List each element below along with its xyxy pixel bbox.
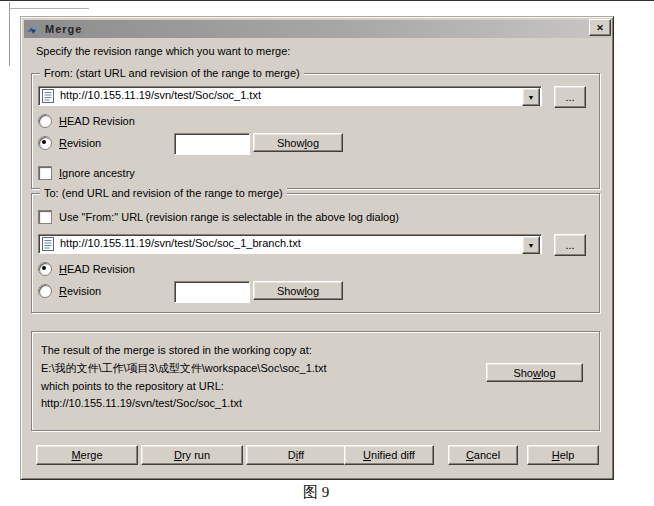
merge-app-icon — [27, 23, 41, 36]
from-browse-button[interactable]: ... — [554, 86, 586, 108]
to-head-revision-radio[interactable] — [38, 262, 52, 276]
to-head-revision-option[interactable]: HEAD Revision — [38, 262, 135, 276]
to-url-combobox[interactable]: http://10.155.11.19/svn/test/Soc/soc_1_b… — [38, 234, 542, 254]
ignore-ancestry-label: Ignore ancestry — [59, 167, 135, 179]
document-icon — [42, 237, 54, 251]
use-from-url-label: Use "From:" URL (revision range is selec… — [59, 211, 399, 223]
from-revision-radio[interactable] — [38, 136, 52, 150]
to-group-legend: To: (end URL and revision of the range t… — [40, 187, 287, 200]
document-icon — [42, 89, 54, 103]
from-url-text: http://10.155.11.19/svn/test/Soc/soc_1.t… — [60, 89, 520, 101]
to-revision-label: Revision — [59, 285, 101, 297]
cancel-button[interactable]: Cancel — [448, 445, 518, 465]
to-url-text: http://10.155.11.19/svn/test/Soc/soc_1_b… — [60, 237, 520, 249]
from-group-legend: From: (start URL and revision of the ran… — [40, 67, 304, 80]
to-revision-input[interactable] — [174, 281, 250, 303]
from-revision-option[interactable]: Revision — [38, 136, 101, 150]
from-ignore-ancestry-option[interactable]: Ignore ancestry — [38, 166, 135, 180]
figure-left-border — [9, 2, 10, 66]
from-head-revision-option[interactable]: HEAD Revision — [38, 114, 135, 128]
from-revision-label: Revision — [59, 137, 101, 149]
chevron-down-icon: ▼ — [528, 94, 535, 101]
use-from-url-option[interactable]: Use "From:" URL (revision range is selec… — [38, 210, 399, 224]
chevron-down-icon: ▼ — [528, 242, 535, 249]
unified-diff-button[interactable]: Unified diff — [344, 445, 434, 465]
repository-url: http://10.155.11.19/svn/test/Soc/soc_1.t… — [41, 397, 242, 409]
result-line2: which points to the repository at URL: — [41, 380, 224, 392]
to-revision-option[interactable]: Revision — [38, 284, 101, 298]
figure-top-border — [0, 0, 654, 1]
from-head-revision-label: HEAD Revision — [59, 115, 135, 127]
intro-text: Specify the revision range which you wan… — [36, 45, 290, 57]
from-url-dropdown-button[interactable]: ▼ — [522, 88, 540, 106]
use-from-url-checkbox[interactable] — [38, 210, 52, 224]
from-url-combobox[interactable]: http://10.155.11.19/svn/test/Soc/soc_1.t… — [38, 86, 542, 106]
from-show-log-button[interactable]: Show log — [253, 133, 343, 152]
figure-caption: 图 9 — [20, 483, 612, 502]
dry-run-button[interactable]: Dry run — [141, 445, 243, 465]
merge-button[interactable]: Merge — [36, 445, 138, 465]
working-copy-path: E:\我的文件\工作\项目3\成型文件\workspace\Soc\soc_1.… — [41, 361, 326, 376]
to-revision-radio[interactable] — [38, 284, 52, 298]
window-title: Merge — [45, 23, 82, 35]
result-line1: The result of the merge is stored in the… — [41, 344, 312, 356]
merge-dialog: Merge ✕ Specify the revision range which… — [20, 16, 614, 480]
ignore-ancestry-checkbox[interactable] — [38, 166, 52, 180]
from-head-revision-radio[interactable] — [38, 114, 52, 128]
close-button[interactable]: ✕ — [589, 19, 611, 36]
close-icon: ✕ — [596, 23, 604, 33]
from-revision-input[interactable] — [174, 133, 250, 155]
titlebar: Merge — [24, 20, 610, 38]
to-url-dropdown-button[interactable]: ▼ — [522, 236, 540, 254]
diff-button[interactable]: Diff — [246, 445, 346, 465]
help-button[interactable]: Help — [527, 445, 599, 465]
to-show-log-button[interactable]: Show log — [253, 281, 343, 300]
wc-show-log-button[interactable]: Show log — [486, 363, 583, 382]
figure-image: Merge ✕ Specify the revision range which… — [0, 0, 654, 506]
to-head-revision-label: HEAD Revision — [59, 263, 135, 275]
to-browse-button[interactable]: ... — [554, 234, 586, 256]
figure-corner-border — [9, 8, 89, 9]
